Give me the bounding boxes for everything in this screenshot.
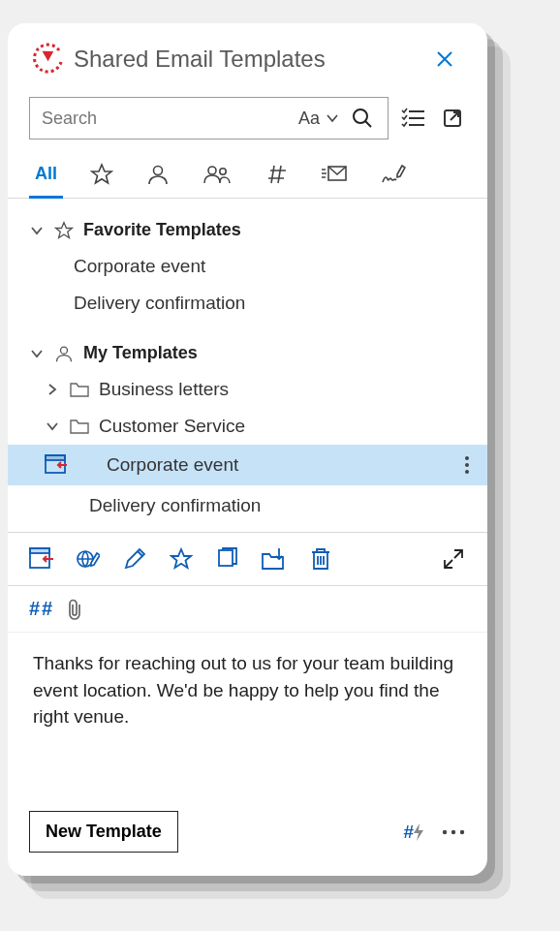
close-button[interactable] bbox=[429, 46, 460, 73]
search-input[interactable] bbox=[42, 109, 293, 129]
svg-point-10 bbox=[465, 463, 469, 467]
star-outline-icon bbox=[54, 221, 74, 240]
folder-icon bbox=[70, 381, 89, 398]
signature-icon bbox=[381, 163, 406, 186]
open-external-button[interactable] bbox=[439, 108, 466, 129]
preview-body: Thanks for reaching out to us for your t… bbox=[8, 633, 487, 799]
expand-button[interactable] bbox=[441, 546, 466, 572]
folder-customer-service[interactable]: Customer Service bbox=[8, 408, 487, 445]
template-more-button[interactable] bbox=[464, 454, 470, 476]
preview-meta: ## bbox=[8, 586, 487, 633]
app-logo-icon bbox=[29, 41, 66, 78]
shared-email-templates-panel: Shared Email Templates Aa All bbox=[8, 23, 487, 876]
mail-send-icon bbox=[321, 164, 348, 185]
my-templates-group-header[interactable]: My Templates bbox=[8, 335, 487, 371]
svg-point-16 bbox=[443, 829, 447, 833]
chevron-down-icon bbox=[45, 419, 60, 433]
insert-button[interactable] bbox=[29, 546, 54, 572]
save-to-button[interactable] bbox=[262, 546, 287, 572]
svg-point-18 bbox=[460, 829, 464, 833]
svg-rect-15 bbox=[219, 550, 233, 566]
svg-rect-13 bbox=[30, 548, 49, 553]
favorite-button[interactable] bbox=[169, 546, 194, 572]
template-item-selected[interactable]: Corporate event bbox=[8, 445, 487, 485]
filter-tabs: All bbox=[8, 147, 487, 199]
search-scope-dropdown[interactable]: Aa bbox=[293, 109, 345, 129]
tab-personal[interactable] bbox=[140, 157, 175, 198]
more-menu-button[interactable] bbox=[441, 828, 466, 836]
template-label: Delivery confirmation bbox=[89, 495, 261, 516]
copy-button[interactable] bbox=[215, 546, 240, 572]
svg-point-0 bbox=[354, 109, 367, 123]
favorites-group-header[interactable]: Favorite Templates bbox=[8, 212, 487, 248]
search-box: Aa bbox=[29, 97, 389, 140]
panel-footer: New Template # bbox=[8, 799, 487, 858]
panel-header: Shared Email Templates bbox=[8, 41, 487, 87]
edit-in-browser-button[interactable] bbox=[76, 546, 101, 572]
template-label: Delivery confirmation bbox=[74, 293, 245, 314]
person-icon bbox=[146, 163, 170, 186]
edit-button[interactable] bbox=[122, 546, 147, 572]
favorites-label: Favorite Templates bbox=[83, 220, 241, 240]
spacer bbox=[8, 322, 487, 335]
tab-shortcuts[interactable] bbox=[259, 157, 294, 198]
search-row: Aa bbox=[8, 87, 487, 147]
delete-button[interactable] bbox=[308, 546, 333, 572]
tab-mail[interactable] bbox=[315, 158, 354, 197]
tab-signatures[interactable] bbox=[375, 157, 412, 198]
folder-label: Customer Service bbox=[99, 416, 245, 437]
tab-favorites[interactable] bbox=[84, 157, 119, 198]
svg-point-3 bbox=[208, 167, 216, 174]
template-label: Corporate event bbox=[107, 454, 238, 476]
svg-point-11 bbox=[465, 470, 469, 474]
template-label: Corporate event bbox=[74, 256, 205, 277]
tab-all[interactable]: All bbox=[29, 158, 63, 199]
panel-title: Shared Email Templates bbox=[74, 46, 429, 73]
hash-icon bbox=[264, 163, 288, 186]
template-item[interactable]: Delivery confirmation bbox=[8, 485, 487, 526]
attachment-icon[interactable] bbox=[66, 599, 83, 620]
template-tree: Favorite Templates Corporate event Deliv… bbox=[8, 199, 487, 532]
folder-icon bbox=[70, 418, 89, 435]
people-icon bbox=[202, 163, 232, 186]
bolt-icon bbox=[412, 822, 425, 842]
shortcut-indicator[interactable]: ## bbox=[29, 598, 54, 620]
manage-list-button[interactable] bbox=[400, 108, 427, 129]
chevron-down-icon bbox=[326, 111, 339, 125]
favorite-template-item[interactable]: Delivery confirmation bbox=[8, 285, 487, 322]
star-icon bbox=[90, 163, 113, 186]
folder-label: Business letters bbox=[99, 379, 229, 400]
svg-point-4 bbox=[220, 169, 226, 174]
search-icon-button[interactable] bbox=[345, 107, 380, 130]
chevron-down-icon bbox=[29, 224, 45, 237]
footer-icons: # bbox=[403, 822, 466, 843]
preview-toolbar bbox=[8, 532, 487, 586]
new-template-button[interactable]: New Template bbox=[29, 811, 178, 853]
svg-rect-8 bbox=[46, 455, 65, 460]
svg-point-17 bbox=[451, 829, 455, 833]
svg-point-6 bbox=[61, 347, 68, 354]
my-templates-label: My Templates bbox=[83, 343, 198, 363]
favorite-template-item[interactable]: Corporate event bbox=[8, 248, 487, 285]
svg-point-2 bbox=[154, 167, 163, 175]
folder-business-letters[interactable]: Business letters bbox=[8, 371, 487, 408]
preview-text: Thanks for reaching out to us for your t… bbox=[33, 653, 453, 727]
chevron-down-icon bbox=[29, 347, 45, 360]
tab-team[interactable] bbox=[197, 157, 237, 198]
person-icon bbox=[54, 344, 74, 363]
quick-shortcut-button[interactable]: # bbox=[403, 822, 425, 843]
svg-point-9 bbox=[465, 456, 469, 460]
search-scope-label: Aa bbox=[298, 109, 320, 129]
chevron-right-icon bbox=[45, 383, 60, 396]
insert-template-icon bbox=[45, 454, 68, 476]
